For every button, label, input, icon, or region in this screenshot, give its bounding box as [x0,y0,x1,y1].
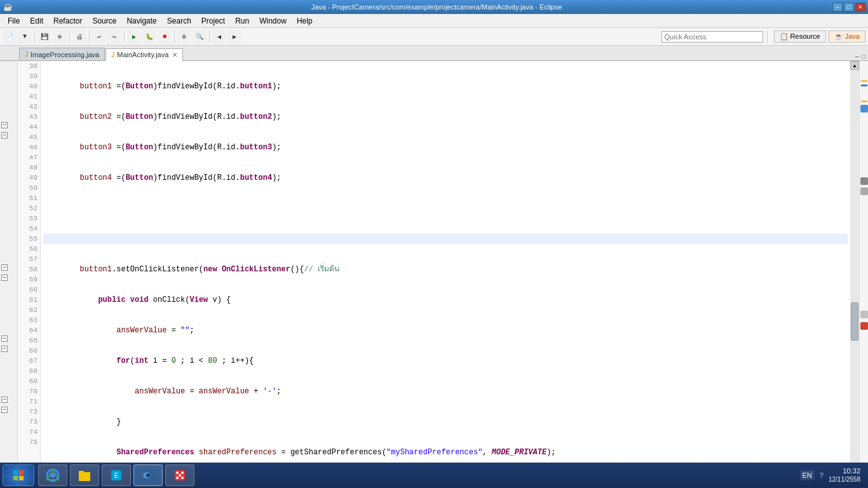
toolbar-debug[interactable]: 🐛 [142,30,156,44]
toolbar-run[interactable]: ▶ [127,30,141,44]
decor-mark-blue [861,85,867,86]
menu-project[interactable]: Project [196,14,230,27]
menu-run[interactable]: Run [230,14,254,27]
scroll-thumb[interactable] [851,302,858,341]
code-content[interactable]: button1 =(Button)findViewById(R.id.butto… [41,61,850,488]
menu-window[interactable]: Window [254,14,292,27]
code-line: button4 =(Button)findViewById(R.id.butto… [43,173,848,183]
fold-marker-8[interactable]: − [1,407,8,413]
tab-minimize-icon[interactable]: — [855,53,859,60]
menu-help[interactable]: Help [292,14,318,27]
menu-bar: File Edit Refactor Source Navigate Searc… [0,14,868,28]
tab-bar: J ImageProcessing.java J MainActivity.ja… [0,46,868,61]
scroll-track[interactable] [850,70,859,488]
right-deco-icon2 [860,177,868,185]
svg-point-17 [181,477,184,479]
svg-point-14 [176,471,179,474]
svg-point-16 [176,477,179,479]
code-area[interactable]: 3839404142434445464748495051525354555657… [18,61,868,488]
toolbar-btn-extra1[interactable]: ⚙ [177,30,191,44]
code-line: button1.setOnClickListener(new OnClickLi… [43,264,848,274]
svg-point-15 [181,471,184,474]
toolbar-redo[interactable]: ↪ [107,30,121,44]
svg-text:E: E [114,472,119,479]
code-line: } [43,417,848,427]
toolbar-fwd[interactable]: ▶ [227,30,241,44]
code-line [43,203,848,214]
fold-marker-3[interactable]: − [1,264,8,271]
taskbar-right: EN ? 10:32 12/11/2558 [800,466,865,484]
svg-rect-6 [79,472,90,481]
taskbar: E EN ? 10:32 12/11/2558 [0,463,868,488]
fold-marker-6[interactable]: − [1,346,8,352]
right-deco-icon [860,105,868,112]
editor-main: − − − − − − − − 383940414243444546474849… [0,61,868,488]
fold-marker-2[interactable]: − [1,132,8,139]
taskbar-eclipse[interactable] [133,464,163,486]
fold-marker-7[interactable]: − [1,396,8,403]
tab-imageprocessing[interactable]: J ImageProcessing.java [19,48,105,60]
tab-maximize-icon[interactable]: □ [862,53,865,60]
menu-source[interactable]: Source [87,14,121,27]
menu-search[interactable]: Search [162,14,196,27]
tab-mainactivity[interactable]: J MainActivity.java ✕ [105,48,183,61]
quick-access-input[interactable] [661,31,763,43]
taskbar-paint[interactable] [165,464,194,486]
toolbar-back[interactable]: ◀ [212,30,226,44]
code-line: ansWerValue = ansWerValue + '-'; [43,386,848,396]
fold-marker-5[interactable]: − [1,336,8,342]
toolbar-save[interactable]: 💾 [37,30,51,44]
tab-label-mainactivity: MainActivity.java [117,51,168,58]
toolbar-stop[interactable]: ■ [158,30,172,44]
title-text: Java - ProjectCamera/src/com/example/pro… [41,3,832,11]
menu-file[interactable]: File [3,14,25,27]
quick-access-box: 📋 Resource ☕ Java [661,30,865,43]
svg-rect-2 [13,476,18,480]
line-numbers: 3839404142434445464748495051525354555657… [18,61,41,488]
scroll-up-arrow[interactable]: ▲ [850,61,859,70]
toolbar-btn2[interactable]: ▼ [18,30,32,44]
svg-point-12 [146,473,150,477]
toolbar-right: 📋 Resource ☕ Java [774,30,865,43]
code-line: for(int i = 0 ; i < 80 ; i++){ [43,356,848,366]
right-deco-icon3 [860,187,868,195]
tab-label-imageprocessing: ImageProcessing.java [31,51,99,58]
toolbar-sep2 [69,30,70,43]
taskbar-app3[interactable]: E [102,464,131,486]
toolbar: 📄 ▼ 💾 ⊕ 🖨 ↩ ↪ ▶ 🐛 ■ ⚙ 🔍 ◀ ▶ 📋 Resource ☕… [0,28,868,46]
code-line: SharedPreferences sharedPreferences = ge… [43,447,848,458]
start-button[interactable] [3,464,34,486]
eclipse-icon: ☕ [3,3,13,11]
vertical-scrollbar[interactable]: ▲ ▼ [850,61,859,488]
toolbar-java-btn[interactable]: ☕ Java [829,30,865,43]
toolbar-print[interactable]: 🖨 [72,30,86,44]
svg-rect-7 [79,471,84,473]
taskbar-explorer[interactable] [70,464,99,486]
decor-mark-yellow [861,80,867,82]
code-line: button3 =(Button)findViewById(R.id.butto… [43,142,848,152]
toolbar-undo[interactable]: ↩ [92,30,106,44]
right-deco-icon4 [860,311,868,318]
tab-close-mainactivity[interactable]: ✕ [172,51,177,58]
toolbar-save-all[interactable]: ⊕ [53,30,67,44]
svg-rect-1 [19,470,24,475]
minimize-button[interactable]: – [832,3,843,11]
menu-refactor[interactable]: Refactor [48,14,87,27]
taskbar-language: EN [800,470,815,480]
taskbar-chrome[interactable] [38,464,67,486]
toolbar-new[interactable]: 📄 [3,30,17,44]
menu-navigate[interactable]: Navigate [121,14,161,27]
menu-edit[interactable]: Edit [25,14,48,27]
fold-marker-4[interactable]: − [1,274,8,281]
toolbar-sep6 [209,30,210,43]
maximize-button[interactable]: □ [844,3,854,11]
toolbar-resource-btn[interactable]: 📋 Resource [774,30,826,43]
fold-marker-1[interactable]: − [1,122,8,128]
tab-icon-imageprocessing: J [25,51,28,58]
toolbar-btn-extra2[interactable]: 🔍 [193,30,207,44]
qa-sep [767,30,768,43]
toolbar-sep4 [124,30,125,43]
code-line: public void onClick(View v) { [43,295,848,305]
close-button[interactable]: ✕ [855,3,865,11]
toolbar-sep1 [34,30,35,43]
